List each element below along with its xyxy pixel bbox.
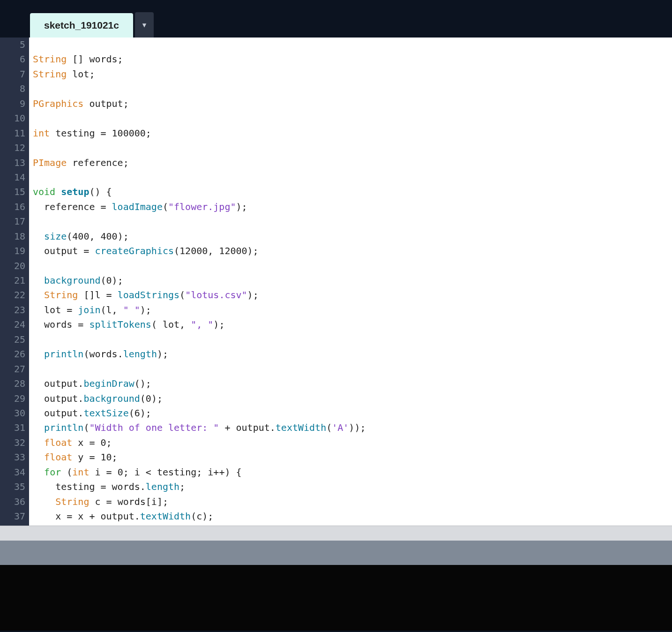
code-line[interactable]: println("Width of one letter: " + output… — [33, 421, 672, 435]
line-number: 33 — [0, 450, 25, 465]
line-number: 9 — [0, 97, 25, 111]
line-number: 21 — [0, 273, 25, 288]
code-line[interactable]: testing = words.length; — [33, 480, 672, 494]
code-line[interactable]: size(400, 400); — [33, 229, 672, 244]
line-number: 20 — [0, 259, 25, 273]
code-line[interactable]: reference = loadImage("flower.jpg"); — [33, 200, 672, 214]
code-line[interactable] — [33, 214, 672, 229]
line-number: 16 — [0, 200, 25, 214]
code-line[interactable]: x = x + output.textWidth(c); — [33, 509, 672, 524]
line-number: 8 — [0, 82, 25, 96]
line-number: 7 — [0, 67, 25, 82]
line-number: 26 — [0, 347, 25, 361]
code-line[interactable]: String [] words; — [33, 52, 672, 67]
code-line[interactable]: output.beginDraw(); — [33, 376, 672, 391]
tab-bar: sketch_191021c ▼ — [0, 12, 672, 38]
line-number: 17 — [0, 214, 25, 229]
line-number: 30 — [0, 406, 25, 421]
code-line[interactable]: PImage reference; — [33, 156, 672, 170]
code-line[interactable]: output = createGraphics(12000, 12000); — [33, 244, 672, 258]
code-line[interactable] — [33, 170, 672, 185]
code-line[interactable] — [33, 111, 672, 126]
code-line[interactable] — [33, 82, 672, 96]
line-number: 29 — [0, 391, 25, 406]
code-line[interactable]: lot = join(l, " "); — [33, 303, 672, 317]
code-line[interactable]: output.background(0); — [33, 391, 672, 406]
tab-sketch[interactable]: sketch_191021c — [30, 13, 133, 38]
code-line[interactable]: float x = 0; — [33, 436, 672, 450]
line-number: 6 — [0, 52, 25, 67]
line-number: 15 — [0, 185, 25, 199]
code-line[interactable]: String []l = loadStrings("lotus.csv"); — [33, 288, 672, 302]
line-number: 34 — [0, 465, 25, 480]
code-line[interactable]: PGraphics output; — [33, 97, 672, 111]
line-number: 11 — [0, 126, 25, 141]
line-number: 13 — [0, 156, 25, 170]
line-number: 5 — [0, 38, 25, 52]
line-number: 25 — [0, 332, 25, 347]
line-number: 19 — [0, 244, 25, 258]
line-number: 23 — [0, 303, 25, 317]
code-line[interactable]: float y = 10; — [33, 450, 672, 465]
code-line[interactable]: String c = words[i]; — [33, 495, 672, 509]
line-number: 27 — [0, 362, 25, 376]
editor-footer-border — [0, 526, 672, 541]
line-number: 12 — [0, 141, 25, 155]
code-line[interactable] — [33, 141, 672, 155]
line-number: 32 — [0, 436, 25, 450]
line-number: 24 — [0, 317, 25, 332]
code-line[interactable]: void setup() { — [33, 185, 672, 199]
code-area[interactable]: String [] words;String lot;PGraphics out… — [29, 38, 672, 526]
code-line[interactable] — [33, 362, 672, 376]
tab-dropdown[interactable]: ▼ — [135, 12, 154, 38]
line-number: 14 — [0, 170, 25, 185]
titlebar-spacer — [0, 0, 672, 12]
line-number: 22 — [0, 288, 25, 302]
line-number: 35 — [0, 480, 25, 494]
console[interactable] — [0, 565, 672, 631]
code-line[interactable]: println(words.length); — [33, 347, 672, 361]
line-number: 36 — [0, 495, 25, 509]
code-line[interactable] — [33, 332, 672, 347]
line-number: 37 — [0, 509, 25, 524]
code-line[interactable]: String lot; — [33, 67, 672, 82]
code-line[interactable]: int testing = 100000; — [33, 126, 672, 141]
code-line[interactable]: words = splitTokens( lot, ", "); — [33, 317, 672, 332]
status-bar — [0, 541, 672, 565]
line-number: 18 — [0, 229, 25, 244]
editor[interactable]: 5678910111213141516171819202122232425262… — [0, 38, 672, 526]
line-number: 31 — [0, 421, 25, 435]
line-number: 28 — [0, 376, 25, 391]
line-number: 10 — [0, 111, 25, 126]
code-line[interactable]: output.textSize(6); — [33, 406, 672, 421]
code-line[interactable]: for (int i = 0; i < testing; i++) { — [33, 465, 672, 480]
chevron-down-icon: ▼ — [142, 21, 146, 29]
line-number-gutter: 5678910111213141516171819202122232425262… — [0, 38, 29, 526]
code-line[interactable]: background(0); — [33, 273, 672, 288]
code-line[interactable] — [33, 259, 672, 273]
code-line[interactable] — [33, 38, 672, 52]
